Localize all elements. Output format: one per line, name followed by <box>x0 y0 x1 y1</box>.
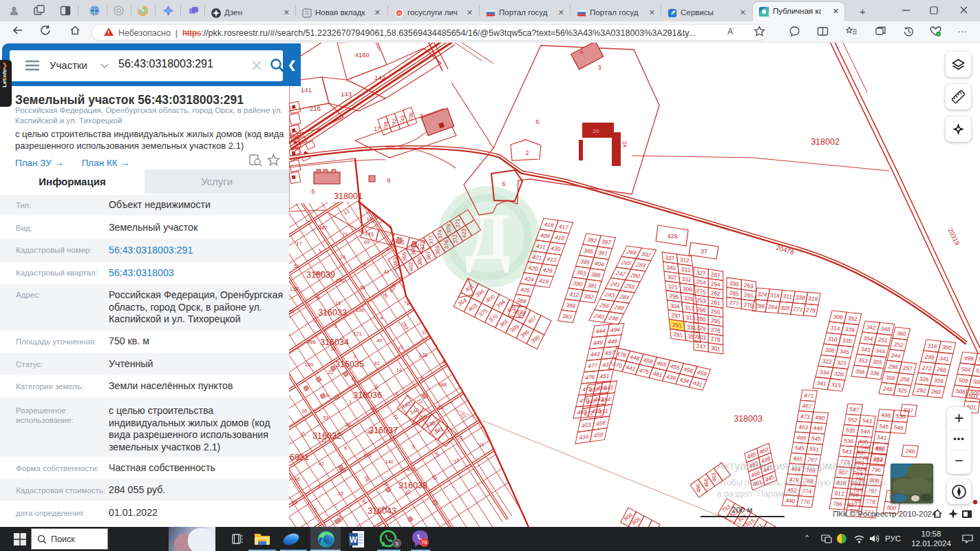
svg-text:2: 2 <box>485 396 488 402</box>
svg-text:328: 328 <box>683 294 694 302</box>
svg-text:371: 371 <box>454 218 461 228</box>
svg-text:402: 402 <box>407 262 414 271</box>
svg-text:296: 296 <box>669 292 679 300</box>
svg-text:786: 786 <box>833 501 844 508</box>
svg-text:459: 459 <box>696 370 707 378</box>
svg-text:305: 305 <box>780 305 791 312</box>
svg-text:425: 425 <box>520 286 531 293</box>
svg-text:1: 1 <box>349 399 352 405</box>
svg-text:541: 541 <box>877 435 888 441</box>
svg-text:37: 37 <box>701 248 707 255</box>
svg-text:316031: 316031 <box>289 453 309 462</box>
svg-text:287: 287 <box>711 271 721 279</box>
svg-text:365: 365 <box>498 318 510 329</box>
svg-text:481: 481 <box>652 371 663 379</box>
svg-text:458: 458 <box>642 357 654 366</box>
svg-text:370: 370 <box>488 313 500 323</box>
svg-text:283: 283 <box>635 261 647 269</box>
svg-text:326: 326 <box>919 376 930 383</box>
svg-text:252: 252 <box>893 342 904 349</box>
svg-text:355: 355 <box>872 359 883 366</box>
svg-text:242: 242 <box>615 270 627 278</box>
svg-text:316: 316 <box>927 343 938 350</box>
svg-text:367: 367 <box>425 251 432 260</box>
svg-text:40: 40 <box>508 380 513 386</box>
svg-text:321: 321 <box>668 282 679 291</box>
svg-text:796: 796 <box>871 466 882 473</box>
svg-text:284: 284 <box>618 293 630 301</box>
svg-text:498: 498 <box>881 412 892 419</box>
svg-text:778: 778 <box>865 499 876 506</box>
svg-text:451: 451 <box>599 372 610 380</box>
svg-text:11: 11 <box>447 313 456 320</box>
svg-text:363: 363 <box>392 257 399 267</box>
svg-text:33: 33 <box>437 404 443 410</box>
svg-text:77: 77 <box>392 413 400 422</box>
svg-text:396: 396 <box>474 288 486 298</box>
svg-text:311: 311 <box>782 293 793 300</box>
svg-text:443: 443 <box>603 384 614 392</box>
svg-text:265: 265 <box>744 292 754 300</box>
svg-text:313: 313 <box>685 313 696 322</box>
svg-text:216: 216 <box>310 105 321 112</box>
svg-text:340: 340 <box>666 263 677 271</box>
svg-text:6: 6 <box>535 118 539 125</box>
svg-text:515: 515 <box>975 368 980 375</box>
svg-text:535: 535 <box>845 427 856 434</box>
svg-text:16: 16 <box>301 408 307 414</box>
svg-text:245: 245 <box>620 259 632 267</box>
svg-text:15: 15 <box>335 300 341 306</box>
svg-text:459: 459 <box>593 430 604 439</box>
svg-text:3: 3 <box>465 367 471 373</box>
svg-text:68: 68 <box>467 343 472 349</box>
svg-text:240: 240 <box>593 313 605 320</box>
svg-text:309: 309 <box>833 314 844 321</box>
svg-text:270: 270 <box>744 302 754 309</box>
svg-text:369: 369 <box>434 245 441 254</box>
svg-text:295: 295 <box>711 318 721 325</box>
svg-text:348: 348 <box>880 326 891 333</box>
svg-text:138: 138 <box>419 352 427 358</box>
svg-text:316043: 316043 <box>368 506 396 516</box>
svg-text:314: 314 <box>830 325 841 332</box>
svg-text:341: 341 <box>939 355 950 362</box>
svg-text:292: 292 <box>916 387 927 394</box>
svg-text:20: 20 <box>593 128 599 134</box>
svg-text:420: 420 <box>527 264 539 272</box>
svg-text:307: 307 <box>667 273 677 281</box>
svg-text:41: 41 <box>319 461 324 467</box>
svg-text:3: 3 <box>597 64 601 71</box>
svg-text:366: 366 <box>401 251 408 261</box>
svg-text:266: 266 <box>696 306 706 314</box>
svg-text:277: 277 <box>729 300 739 307</box>
svg-text:337: 337 <box>665 254 675 262</box>
svg-text:79: 79 <box>449 290 455 296</box>
svg-text:248: 248 <box>882 386 893 393</box>
svg-text:243: 243 <box>604 291 616 299</box>
svg-text:449: 449 <box>593 339 604 346</box>
svg-text:275: 275 <box>696 288 706 295</box>
svg-text:271: 271 <box>793 306 804 313</box>
svg-text:775: 775 <box>858 455 869 462</box>
svg-text:315: 315 <box>831 382 842 388</box>
svg-text:297: 297 <box>671 311 681 320</box>
svg-text:302: 302 <box>640 251 652 258</box>
svg-text:388: 388 <box>565 302 577 310</box>
svg-text:a: a <box>580 49 584 55</box>
svg-text:138: 138 <box>290 286 298 292</box>
svg-text:356: 356 <box>855 368 866 375</box>
svg-text:484: 484 <box>601 395 612 404</box>
svg-text:258: 258 <box>899 376 910 383</box>
svg-text:404: 404 <box>594 260 606 268</box>
svg-text:358: 358 <box>885 375 896 382</box>
svg-text:439: 439 <box>665 374 677 382</box>
svg-text:Д: Д <box>465 200 511 273</box>
svg-text:12: 12 <box>343 208 351 216</box>
svg-text:509: 509 <box>958 377 969 384</box>
svg-text:536: 536 <box>844 438 855 445</box>
svg-text:451: 451 <box>598 407 609 415</box>
svg-text:281: 281 <box>673 331 683 339</box>
svg-text:31: 31 <box>289 309 295 315</box>
svg-text:316032: 316032 <box>312 431 341 441</box>
svg-text:508: 508 <box>955 388 966 395</box>
